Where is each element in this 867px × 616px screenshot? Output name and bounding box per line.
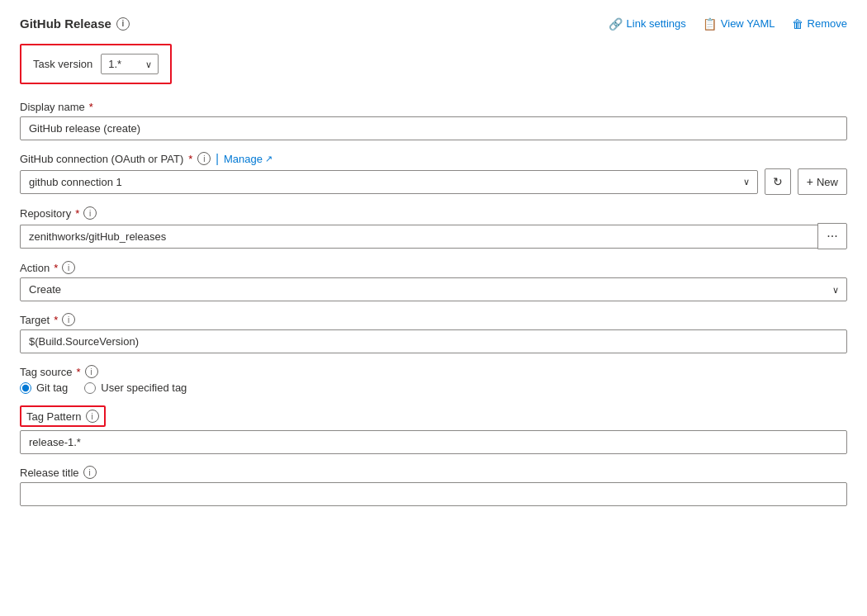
release-title-field: Release title i [20,466,847,506]
display-name-input[interactable] [20,116,847,140]
link-icon: 🔗 [609,17,623,31]
divider: | [216,152,219,165]
external-link-icon: ↗ [265,154,272,164]
task-version-label: Task version [33,58,92,70]
repository-required: * [75,207,79,220]
title-info-icon[interactable]: i [116,17,130,31]
ellipsis-icon: ··· [827,229,837,244]
repository-field: Repository * i ··· [20,206,847,249]
action-label: Action * i [20,261,847,274]
display-name-required: * [89,101,93,113]
trash-icon: 🗑 [792,17,803,31]
github-connection-label-row: GitHub connection (OAuth or PAT) * i | M… [20,152,847,165]
git-tag-option[interactable]: Git tag [20,381,68,394]
task-version-select-wrapper: 1.* 0.* [101,54,159,74]
task-version-box: Task version 1.* 0.* [20,44,172,84]
display-name-label: Display name * [20,101,847,113]
repository-browse-button[interactable]: ··· [817,223,847,249]
manage-link[interactable]: Manage ↗ [224,153,272,165]
action-select[interactable]: Create Edit Delete Discard [20,277,847,301]
refresh-icon: ↻ [773,175,783,188]
task-version-select[interactable]: 1.* 0.* [101,54,159,74]
refresh-button[interactable]: ↻ [765,168,791,195]
github-connection-select[interactable]: github connection 1 [20,170,758,194]
github-connection-required: * [188,153,192,165]
target-info-icon[interactable]: i [62,313,75,326]
connection-select-wrapper: github connection 1 [20,170,758,194]
action-field: Action * i Create Edit Delete Discard [20,261,847,301]
release-title-label: Release title i [20,466,847,479]
repository-input[interactable] [20,225,817,249]
tag-pattern-field: Tag Pattern i [20,405,847,454]
yaml-icon: 📋 [703,17,717,31]
tag-pattern-label-box: Tag Pattern i [20,405,106,427]
new-connection-button[interactable]: + New [798,168,847,195]
remove-button[interactable]: 🗑 Remove [792,17,847,31]
connection-select-row: github connection 1 ↻ + New [20,168,847,195]
tag-source-info-icon[interactable]: i [85,365,98,378]
user-specified-tag-radio[interactable] [84,382,96,394]
repository-input-row: ··· [20,223,847,249]
view-yaml-button[interactable]: 📋 View YAML [703,17,775,31]
release-title-input[interactable] [20,482,847,506]
release-title-info-icon[interactable]: i [83,466,97,479]
repository-label: Repository * i [20,206,847,220]
action-select-wrapper: Create Edit Delete Discard [20,277,847,301]
tag-source-label: Tag source * i [20,365,847,378]
github-connection-field: GitHub connection (OAuth or PAT) * i | M… [20,152,847,195]
tag-pattern-input[interactable] [20,430,847,454]
tag-source-required: * [77,366,81,378]
tag-pattern-info-icon[interactable]: i [86,410,99,423]
action-info-icon[interactable]: i [62,261,75,274]
link-settings-button[interactable]: 🔗 Link settings [609,17,686,31]
repository-info-icon[interactable]: i [83,206,97,220]
action-required: * [54,262,58,274]
tag-pattern-label-container: Tag Pattern i [20,405,847,427]
page-title: GitHub Release i [20,17,130,31]
header-actions: 🔗 Link settings 📋 View YAML 🗑 Remove [609,17,847,31]
github-connection-info-icon[interactable]: i [197,152,211,165]
target-required: * [54,314,58,326]
target-field: Target * i [20,313,847,353]
tag-source-field: Tag source * i Git tag User specified ta… [20,365,847,394]
user-specified-tag-option[interactable]: User specified tag [84,381,187,394]
target-input[interactable] [20,329,847,353]
plus-icon: + [807,175,813,188]
tag-source-radio-group: Git tag User specified tag [20,381,847,394]
git-tag-radio[interactable] [20,382,31,394]
target-label: Target * i [20,313,847,326]
tag-pattern-label: Tag Pattern [26,410,82,423]
display-name-field: Display name * [20,101,847,140]
